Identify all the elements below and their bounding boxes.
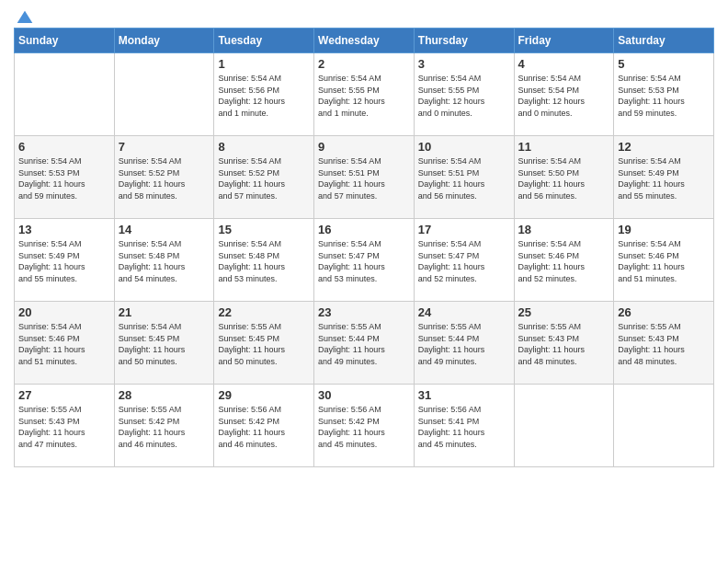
day-number: 10 xyxy=(418,140,510,154)
calendar-cell: 18Sunrise: 5:54 AM Sunset: 5:46 PM Dayli… xyxy=(514,219,614,302)
day-info: Sunrise: 5:54 AM Sunset: 5:53 PM Dayligh… xyxy=(18,155,110,201)
weekday-header-wednesday: Wednesday xyxy=(314,29,415,53)
weekday-header-tuesday: Tuesday xyxy=(214,29,314,53)
weekday-header-saturday: Saturday xyxy=(614,29,714,53)
day-number: 29 xyxy=(218,388,310,402)
day-info: Sunrise: 5:54 AM Sunset: 5:53 PM Dayligh… xyxy=(618,73,710,119)
calendar-week-row: 1Sunrise: 5:54 AM Sunset: 5:56 PM Daylig… xyxy=(15,53,714,136)
day-number: 3 xyxy=(418,57,510,71)
calendar-cell: 21Sunrise: 5:54 AM Sunset: 5:45 PM Dayli… xyxy=(114,302,214,385)
day-number: 6 xyxy=(18,140,110,154)
day-info: Sunrise: 5:54 AM Sunset: 5:50 PM Dayligh… xyxy=(518,155,610,201)
day-number: 23 xyxy=(318,305,410,319)
calendar-cell: 6Sunrise: 5:54 AM Sunset: 5:53 PM Daylig… xyxy=(15,136,115,219)
day-number: 12 xyxy=(618,140,710,154)
calendar-week-row: 20Sunrise: 5:54 AM Sunset: 5:46 PM Dayli… xyxy=(15,302,714,385)
weekday-header-sunday: Sunday xyxy=(15,29,115,53)
day-info: Sunrise: 5:54 AM Sunset: 5:55 PM Dayligh… xyxy=(318,73,410,119)
day-number: 26 xyxy=(618,305,710,319)
day-info: Sunrise: 5:54 AM Sunset: 5:52 PM Dayligh… xyxy=(218,155,310,201)
day-number: 13 xyxy=(18,223,110,236)
day-info: Sunrise: 5:54 AM Sunset: 5:55 PM Dayligh… xyxy=(418,73,510,119)
day-number: 21 xyxy=(119,305,210,319)
svg-marker-0 xyxy=(17,11,33,23)
day-number: 24 xyxy=(418,305,510,319)
calendar-cell xyxy=(514,385,614,467)
calendar-week-row: 27Sunrise: 5:55 AM Sunset: 5:43 PM Dayli… xyxy=(15,385,714,467)
day-info: Sunrise: 5:55 AM Sunset: 5:44 PM Dayligh… xyxy=(318,321,410,367)
day-number: 11 xyxy=(518,140,610,154)
calendar-cell: 1Sunrise: 5:54 AM Sunset: 5:56 PM Daylig… xyxy=(214,53,314,136)
day-info: Sunrise: 5:54 AM Sunset: 5:45 PM Dayligh… xyxy=(119,321,210,367)
calendar-cell: 25Sunrise: 5:55 AM Sunset: 5:43 PM Dayli… xyxy=(514,302,614,385)
day-number: 9 xyxy=(318,140,410,154)
calendar-cell: 7Sunrise: 5:54 AM Sunset: 5:52 PM Daylig… xyxy=(114,136,214,219)
calendar-cell: 31Sunrise: 5:56 AM Sunset: 5:41 PM Dayli… xyxy=(414,385,514,467)
day-number: 17 xyxy=(418,223,510,236)
day-info: Sunrise: 5:54 AM Sunset: 5:51 PM Dayligh… xyxy=(318,155,410,201)
day-number: 2 xyxy=(318,57,410,71)
day-number: 18 xyxy=(518,223,610,236)
day-number: 4 xyxy=(518,57,610,71)
day-info: Sunrise: 5:54 AM Sunset: 5:54 PM Dayligh… xyxy=(518,73,610,119)
calendar-cell: 14Sunrise: 5:54 AM Sunset: 5:48 PM Dayli… xyxy=(114,219,214,302)
calendar-cell: 12Sunrise: 5:54 AM Sunset: 5:49 PM Dayli… xyxy=(614,136,714,219)
calendar-cell: 4Sunrise: 5:54 AM Sunset: 5:54 PM Daylig… xyxy=(514,53,614,136)
calendar-cell xyxy=(15,53,115,136)
day-info: Sunrise: 5:54 AM Sunset: 5:47 PM Dayligh… xyxy=(418,238,510,284)
logo-icon xyxy=(16,9,34,28)
day-number: 15 xyxy=(218,223,310,236)
calendar-cell: 22Sunrise: 5:55 AM Sunset: 5:45 PM Dayli… xyxy=(214,302,314,385)
calendar-body: 1Sunrise: 5:54 AM Sunset: 5:56 PM Daylig… xyxy=(15,53,714,467)
day-number: 5 xyxy=(618,57,710,71)
day-info: Sunrise: 5:54 AM Sunset: 5:48 PM Dayligh… xyxy=(119,238,210,284)
calendar-cell: 9Sunrise: 5:54 AM Sunset: 5:51 PM Daylig… xyxy=(314,136,415,219)
day-number: 19 xyxy=(618,223,710,236)
day-info: Sunrise: 5:54 AM Sunset: 5:52 PM Dayligh… xyxy=(119,155,210,201)
day-number: 16 xyxy=(318,223,410,236)
day-info: Sunrise: 5:54 AM Sunset: 5:46 PM Dayligh… xyxy=(18,321,110,367)
day-info: Sunrise: 5:56 AM Sunset: 5:41 PM Dayligh… xyxy=(418,404,510,450)
calendar-cell: 20Sunrise: 5:54 AM Sunset: 5:46 PM Dayli… xyxy=(15,302,115,385)
calendar-cell: 3Sunrise: 5:54 AM Sunset: 5:55 PM Daylig… xyxy=(414,53,514,136)
weekday-header-friday: Friday xyxy=(514,29,614,53)
day-info: Sunrise: 5:54 AM Sunset: 5:49 PM Dayligh… xyxy=(618,155,710,201)
calendar-header: SundayMondayTuesdayWednesdayThursdayFrid… xyxy=(15,29,714,53)
day-info: Sunrise: 5:55 AM Sunset: 5:43 PM Dayligh… xyxy=(618,321,710,367)
day-info: Sunrise: 5:54 AM Sunset: 5:46 PM Dayligh… xyxy=(618,238,710,284)
day-info: Sunrise: 5:56 AM Sunset: 5:42 PM Dayligh… xyxy=(218,404,310,450)
weekday-header-thursday: Thursday xyxy=(414,29,514,53)
page-header xyxy=(14,9,714,24)
calendar-cell: 27Sunrise: 5:55 AM Sunset: 5:43 PM Dayli… xyxy=(15,385,115,467)
calendar-cell: 29Sunrise: 5:56 AM Sunset: 5:42 PM Dayli… xyxy=(214,385,314,467)
calendar-cell: 10Sunrise: 5:54 AM Sunset: 5:51 PM Dayli… xyxy=(414,136,514,219)
calendar-cell: 23Sunrise: 5:55 AM Sunset: 5:44 PM Dayli… xyxy=(314,302,415,385)
weekday-header-row: SundayMondayTuesdayWednesdayThursdayFrid… xyxy=(15,29,714,53)
day-number: 20 xyxy=(18,305,110,319)
logo xyxy=(14,9,34,24)
calendar-week-row: 6Sunrise: 5:54 AM Sunset: 5:53 PM Daylig… xyxy=(15,136,714,219)
day-number: 28 xyxy=(119,388,210,402)
calendar-cell: 24Sunrise: 5:55 AM Sunset: 5:44 PM Dayli… xyxy=(414,302,514,385)
weekday-header-monday: Monday xyxy=(114,29,214,53)
calendar-cell: 5Sunrise: 5:54 AM Sunset: 5:53 PM Daylig… xyxy=(614,53,714,136)
calendar-cell xyxy=(114,53,214,136)
day-info: Sunrise: 5:54 AM Sunset: 5:49 PM Dayligh… xyxy=(18,238,110,284)
day-number: 27 xyxy=(18,388,110,402)
day-info: Sunrise: 5:55 AM Sunset: 5:43 PM Dayligh… xyxy=(518,321,610,367)
day-number: 14 xyxy=(119,223,210,236)
calendar-cell: 17Sunrise: 5:54 AM Sunset: 5:47 PM Dayli… xyxy=(414,219,514,302)
day-info: Sunrise: 5:54 AM Sunset: 5:51 PM Dayligh… xyxy=(418,155,510,201)
calendar-cell: 26Sunrise: 5:55 AM Sunset: 5:43 PM Dayli… xyxy=(614,302,714,385)
calendar-cell: 2Sunrise: 5:54 AM Sunset: 5:55 PM Daylig… xyxy=(314,53,415,136)
day-info: Sunrise: 5:54 AM Sunset: 5:56 PM Dayligh… xyxy=(218,73,310,119)
day-number: 8 xyxy=(218,140,310,154)
calendar-cell: 8Sunrise: 5:54 AM Sunset: 5:52 PM Daylig… xyxy=(214,136,314,219)
calendar-cell: 19Sunrise: 5:54 AM Sunset: 5:46 PM Dayli… xyxy=(614,219,714,302)
day-number: 22 xyxy=(218,305,310,319)
day-info: Sunrise: 5:56 AM Sunset: 5:42 PM Dayligh… xyxy=(318,404,410,450)
calendar-cell: 13Sunrise: 5:54 AM Sunset: 5:49 PM Dayli… xyxy=(15,219,115,302)
day-number: 7 xyxy=(119,140,210,154)
calendar-cell: 16Sunrise: 5:54 AM Sunset: 5:47 PM Dayli… xyxy=(314,219,415,302)
calendar-table: SundayMondayTuesdayWednesdayThursdayFrid… xyxy=(14,28,714,467)
